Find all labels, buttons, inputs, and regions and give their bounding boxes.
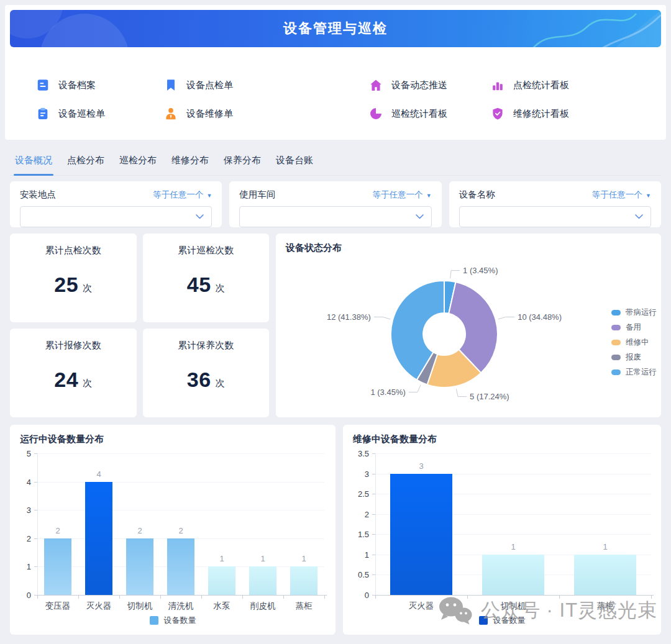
stat-value: 24	[54, 368, 78, 392]
menu-item-pie-chart[interactable]: 巡检统计看板	[369, 106, 491, 122]
filter-operator-dropdown[interactable]: 等于任意一个▼	[153, 189, 212, 201]
bar-value-label: 1	[283, 554, 324, 563]
bar-value-label: 1	[201, 554, 242, 563]
stat-value: 36	[187, 368, 211, 392]
filter-operator-dropdown[interactable]: 等于任意一个▼	[592, 189, 651, 201]
home-icon	[369, 78, 383, 92]
bar-value-label: 1	[559, 542, 651, 551]
doc-lines-icon	[36, 78, 50, 92]
legend-marker	[611, 310, 621, 315]
stat-unit: 次	[216, 283, 225, 294]
stat-title: 累计报修次数	[45, 340, 101, 351]
category-label: 变压器	[37, 601, 78, 612]
menu-item-label: 设备巡检单	[58, 108, 105, 120]
person-icon	[164, 107, 178, 120]
tab-1[interactable]: 点检分布	[67, 149, 104, 175]
menu-item-clipboard[interactable]: 设备巡检单	[36, 106, 164, 122]
legend-marker	[611, 355, 621, 360]
donut-legend-item-3[interactable]: 报废	[611, 352, 657, 363]
menu-item-bar-chart[interactable]: 点检统计看板	[491, 77, 569, 93]
filter-select-input[interactable]	[239, 206, 431, 227]
pie-chart-icon	[369, 107, 383, 120]
chevron-down-icon	[635, 214, 643, 219]
stat-unit: 次	[83, 283, 92, 294]
pie-label-2: 5 (17.24%)	[470, 392, 509, 401]
bar-value-label: 2	[37, 526, 78, 535]
bar-5	[249, 566, 276, 595]
tab-4[interactable]: 保养分布	[224, 149, 261, 175]
active-tab-underline	[14, 174, 53, 176]
donut-legend-item-0[interactable]: 带病运行	[611, 307, 657, 318]
category-label: 水泵	[201, 601, 242, 612]
clipboard-icon	[36, 107, 50, 120]
filter-card-0: 安装地点等于任意一个▼	[10, 181, 222, 227]
legend-label: 备用	[626, 322, 641, 333]
bar-value-label: 3	[375, 461, 467, 471]
donut-chart-title: 设备状态分布	[286, 242, 342, 254]
bar-1	[85, 482, 112, 595]
menu-item-doc-lines[interactable]: 设备档案	[36, 77, 164, 93]
stat-card-0: 累计点检次数25次	[10, 234, 137, 322]
filter-select-input[interactable]	[20, 206, 212, 227]
category-label: 灭火器	[78, 601, 119, 612]
bar-3	[167, 538, 194, 595]
legend-label: 维修中	[626, 337, 649, 348]
menu-item-label: 设备档案	[58, 79, 96, 91]
bar-chart-title-repairing: 维修中设备数量分布	[353, 433, 437, 445]
tab-bar: 设备概况点检分布巡检分布维修分布保养分布设备台账	[10, 149, 661, 176]
tab-5[interactable]: 设备台账	[276, 149, 313, 175]
tab-2[interactable]: 巡检分布	[119, 149, 157, 175]
menu-item-shield-check[interactable]: 维修统计看板	[491, 106, 569, 122]
filter-head: 设备名称等于任意一个▼	[459, 189, 651, 201]
stat-card-3: 累计保养次数36次	[143, 329, 270, 417]
category-label: 清洗机	[160, 601, 201, 612]
tab-0[interactable]: 设备概况	[15, 149, 52, 175]
legend-label: 带病运行	[626, 307, 657, 318]
bar-1	[482, 555, 544, 595]
donut-legend-item-1[interactable]: 备用	[611, 322, 657, 333]
menu-item-label: 维修统计看板	[513, 108, 569, 120]
donut-legend: 带病运行备用维修中报废正常运行	[611, 307, 657, 378]
stat-value-row: 45次	[187, 256, 225, 322]
menu-item-home[interactable]: 设备动态推送	[369, 77, 491, 93]
category-label: 切制机	[467, 601, 559, 612]
bar-value-label: 1	[467, 542, 559, 551]
pie-label-3: 1 (3.45%)	[370, 388, 405, 397]
legend-swatch	[150, 616, 158, 625]
caret-down-icon: ▼	[206, 193, 212, 199]
bar-value-label: 2	[160, 526, 201, 535]
filter-operator-dropdown[interactable]: 等于任意一个▼	[373, 189, 432, 201]
chevron-down-icon	[196, 214, 204, 219]
filter-select-input[interactable]	[459, 206, 651, 227]
menu-item-label: 巡检统计看板	[391, 108, 447, 120]
legend-marker	[611, 340, 621, 345]
bar-chart-legend[interactable]: 设备数量	[343, 615, 661, 626]
menu-item-bookmark[interactable]: 设备点检单	[164, 77, 369, 93]
bar-value-label: 1	[242, 554, 283, 563]
caret-down-icon: ▼	[426, 193, 432, 199]
pie-label-0: 1 (3.45%)	[463, 266, 498, 275]
stat-value-row: 25次	[54, 256, 92, 322]
device-status-donut-chart: 1 (3.45%)10 (34.48%)5 (17.24%)1 (3.45%)1…	[276, 234, 661, 417]
category-label: 切制机	[119, 601, 160, 612]
category-label: 蒸柜	[559, 601, 651, 612]
menu-item-person[interactable]: 设备维修单	[164, 106, 369, 122]
shield-check-icon	[491, 107, 504, 120]
tab-3[interactable]: 维修分布	[171, 149, 209, 175]
menu-item-label: 点检统计看板	[513, 79, 569, 91]
filter-label: 设备名称	[459, 189, 495, 201]
filter-card-2: 设备名称等于任意一个▼	[449, 181, 661, 227]
bar-value-label: 2	[119, 526, 160, 535]
donut-legend-item-4[interactable]: 正常运行	[611, 367, 657, 378]
quick-menu: 设备档案设备点检单设备动态推送点检统计看板设备巡检单设备维修单巡检统计看板维修统…	[36, 77, 569, 122]
legend-marker	[611, 325, 621, 330]
stat-card-1: 累计巡检次数45次	[143, 234, 270, 322]
stat-value: 45	[187, 273, 211, 297]
legend-label: 正常运行	[626, 367, 657, 378]
device-status-card: 设备状态分布 1 (3.45%)10 (34.48%)5 (17.24%)1 (…	[276, 234, 661, 417]
donut-legend-item-2[interactable]: 维修中	[611, 337, 657, 348]
caret-down-icon: ▼	[646, 193, 651, 199]
legend-label: 设备数量	[164, 615, 196, 626]
bar-chart-legend[interactable]: 设备数量	[10, 615, 336, 626]
filter-head: 使用车间等于任意一个▼	[239, 189, 431, 201]
